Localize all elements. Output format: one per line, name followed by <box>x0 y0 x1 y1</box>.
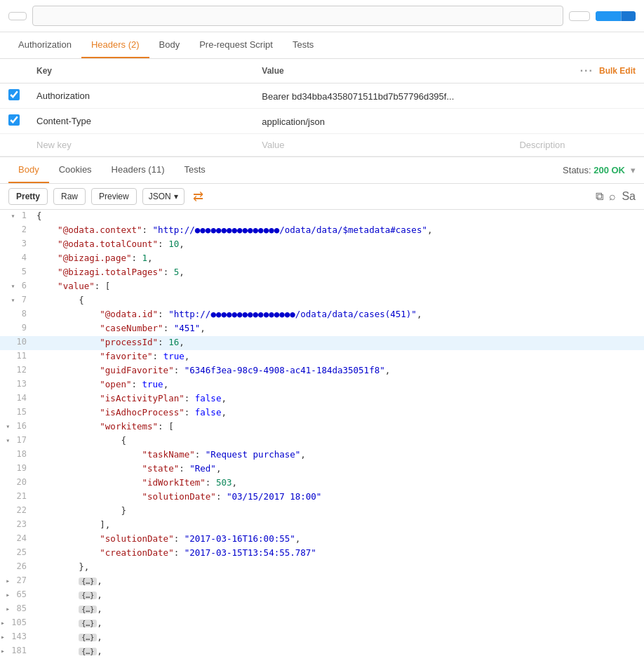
line-number: ▾ 16 <box>0 420 34 432</box>
fold-icon[interactable]: ▸ <box>6 577 10 585</box>
code-line: 23 ], <box>0 519 644 533</box>
line-content: {…}, <box>34 603 644 615</box>
line-content: "processId": 16, <box>34 336 644 348</box>
tab-body[interactable]: Body <box>149 32 190 58</box>
fold-icon[interactable]: ▸ <box>6 605 10 613</box>
more-options-icon[interactable]: ··· <box>580 65 593 77</box>
tab-authorization[interactable]: Authorization <box>8 32 81 58</box>
line-content: {…}, <box>34 589 644 601</box>
line-number: ▸ 85 <box>0 603 34 614</box>
code-toolbar: Pretty Raw Preview JSON ▾ ⇄ ⧉ ⌕ Sa <box>0 184 644 210</box>
line-content: } <box>34 505 644 516</box>
collapsed-badge-181[interactable]: {…} <box>79 648 97 655</box>
line-content: "value": [ <box>34 280 644 292</box>
tab-tests[interactable]: Tests <box>283 32 323 58</box>
header-key-0: Authorization <box>28 84 253 109</box>
collapsed-badge-143[interactable]: {…} <box>79 634 97 641</box>
raw-button[interactable]: Raw <box>53 188 86 205</box>
collapsed-badge-65[interactable]: {…} <box>79 592 97 599</box>
wrap-button[interactable]: ⇄ <box>193 189 203 204</box>
send-arrow-button[interactable] <box>621 11 636 21</box>
response-section: Body Cookies Headers (11) Tests Status: … <box>0 156 644 661</box>
tab-pre-request[interactable]: Pre-request Script <box>189 32 283 58</box>
pretty-button[interactable]: Pretty <box>8 188 48 205</box>
fold-icon[interactable]: ▾ <box>11 212 15 220</box>
placeholder-value[interactable]: Value <box>253 134 511 156</box>
line-number: 15 <box>0 406 34 418</box>
resp-tab-tests[interactable]: Tests <box>174 157 215 183</box>
line-number: 14 <box>0 392 34 403</box>
url-input[interactable] <box>32 6 563 26</box>
fold-icon[interactable]: ▾ <box>11 282 15 290</box>
code-line: 25 "creationDate": "2017-03-15T13:54:55.… <box>0 547 644 561</box>
header-checkbox-0[interactable] <box>8 89 20 100</box>
code-line: 19 "state": "Red", <box>0 462 644 476</box>
code-line: 21 "solutionDate": "03/15/2017 18:00" <box>0 490 644 505</box>
line-content: "state": "Red", <box>34 462 644 474</box>
line-content: "workitems": [ <box>34 420 644 432</box>
format-select[interactable]: JSON ▾ <box>142 188 185 205</box>
tab-headers[interactable]: Headers (2) <box>81 32 149 58</box>
line-content: "open": true, <box>34 378 644 390</box>
line-content: "@odata.context": "http://●●●●●●●●●●●●●●… <box>34 224 644 236</box>
fold-icon[interactable]: ▾ <box>6 436 10 444</box>
line-content: "guidFavorite": "6346f3ea-98c9-4908-ac41… <box>34 364 644 376</box>
code-area[interactable]: ▾ 1{ 2 "@odata.context": "http://●●●●●●●… <box>0 210 644 661</box>
fold-icon[interactable]: ▾ <box>11 296 15 304</box>
code-line: 22 } <box>0 505 644 519</box>
header-col-value: Value <box>253 59 511 84</box>
line-number: 5 <box>0 266 34 277</box>
code-line: 13 "open": true, <box>0 378 644 392</box>
header-checkbox-1[interactable] <box>8 114 20 126</box>
line-content: "taskName": "Request purchase", <box>34 448 644 460</box>
line-number: 24 <box>0 533 34 544</box>
line-content: { <box>34 434 644 446</box>
line-number: 12 <box>0 364 34 375</box>
resp-tab-body[interactable]: Body <box>8 157 49 183</box>
fold-icon[interactable]: ▾ <box>6 422 10 430</box>
code-line: 5 "@bizagi.totalPages": 5, <box>0 266 644 280</box>
fold-icon[interactable]: ▸ <box>6 591 10 599</box>
line-number: 19 <box>0 462 34 474</box>
line-number: 9 <box>0 322 34 333</box>
copy-button[interactable]: ⧉ <box>596 190 603 203</box>
fold-icon[interactable]: ▸ <box>1 647 5 655</box>
method-select[interactable] <box>8 12 27 20</box>
line-number: ▾ 7 <box>0 294 34 305</box>
request-tabs: Authorization Headers (2) Body Pre-reque… <box>0 32 644 59</box>
fold-icon[interactable]: ▸ <box>1 619 5 627</box>
resp-tab-cookies[interactable]: Cookies <box>49 157 102 183</box>
send-button[interactable] <box>596 11 621 21</box>
line-content: }, <box>34 561 644 573</box>
preview-button[interactable]: Preview <box>91 188 137 205</box>
params-button[interactable] <box>569 11 590 21</box>
fold-icon[interactable]: ▸ <box>1 633 5 641</box>
code-actions: ⧉ ⌕ Sa <box>596 190 636 203</box>
collapsed-badge-105[interactable]: {…} <box>79 620 97 627</box>
response-toggle[interactable]: ▾ <box>631 165 636 175</box>
line-content: "creationDate": "2017-03-15T13:54:55.787… <box>34 547 644 559</box>
save-response-button[interactable]: Sa <box>622 190 636 203</box>
code-line: ▾ 6 "value": [ <box>0 280 644 294</box>
code-line: 12 "guidFavorite": "6346f3ea-98c9-4908-a… <box>0 364 644 378</box>
resp-tab-headers[interactable]: Headers (11) <box>102 157 175 183</box>
code-line: ▸ 65 {…}, <box>0 589 644 603</box>
status-code: 200 OK <box>593 165 625 175</box>
code-line: ▸ 181 {…}, <box>0 645 644 659</box>
collapsed-badge-85[interactable]: {…} <box>79 606 97 613</box>
placeholder-key[interactable]: New key <box>28 134 253 156</box>
bulk-edit-button[interactable]: Bulk Edit <box>599 66 636 76</box>
line-content: { <box>34 294 644 306</box>
top-bar <box>0 0 644 32</box>
header-key-1: Content-Type <box>28 109 253 134</box>
placeholder-desc[interactable]: Description <box>511 134 644 156</box>
code-line: 8 "@odata.id": "http://●●●●●●●●●●●●●●●●/… <box>0 308 644 322</box>
line-number: 4 <box>0 252 34 263</box>
collapsed-badge-27[interactable]: {…} <box>79 577 97 585</box>
line-number: 22 <box>0 505 34 516</box>
line-number: 2 <box>0 224 34 235</box>
line-content: "isAdhocProcess": false, <box>34 406 644 418</box>
search-button[interactable]: ⌕ <box>609 190 616 203</box>
code-line: ▸ 105 {…}, <box>0 617 644 631</box>
line-number: 25 <box>0 547 34 558</box>
